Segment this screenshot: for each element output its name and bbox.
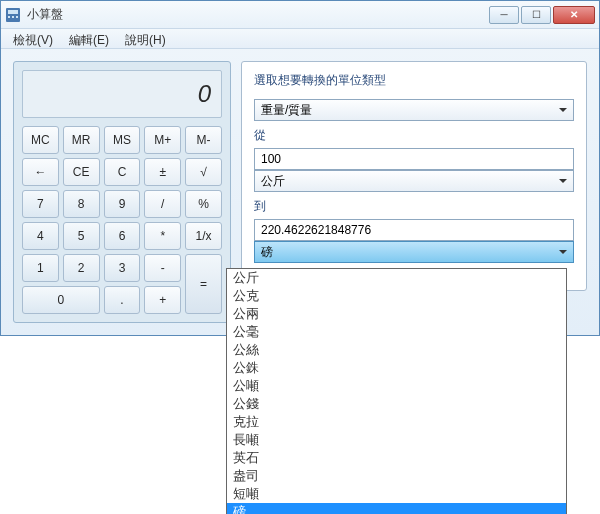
btn-divide[interactable]: / bbox=[144, 190, 181, 218]
btn-mr[interactable]: MR bbox=[63, 126, 100, 154]
btn-ms[interactable]: MS bbox=[104, 126, 141, 154]
btn-equals[interactable]: = bbox=[185, 254, 222, 314]
minimize-button[interactable]: ─ bbox=[489, 6, 519, 24]
dropdown-option[interactable]: 公兩 bbox=[227, 305, 566, 323]
calculator-panel: 0 MC MR MS M+ M- ← CE C ± √ 7 8 9 / % bbox=[13, 61, 231, 323]
btn-ce[interactable]: CE bbox=[63, 158, 100, 186]
menubar: 檢視(V) 編輯(E) 說明(H) bbox=[1, 29, 599, 49]
btn-decimal[interactable]: . bbox=[104, 286, 141, 314]
titlebar[interactable]: 小算盤 ─ ☐ ✕ bbox=[1, 1, 599, 29]
menu-edit[interactable]: 編輯(E) bbox=[61, 29, 117, 48]
btn-c[interactable]: C bbox=[104, 158, 141, 186]
svg-rect-4 bbox=[16, 16, 18, 18]
btn-9[interactable]: 9 bbox=[104, 190, 141, 218]
btn-7[interactable]: 7 bbox=[22, 190, 59, 218]
svg-rect-3 bbox=[12, 16, 14, 18]
from-unit-select[interactable]: 公斤 bbox=[254, 170, 574, 192]
from-label: 從 bbox=[254, 127, 574, 144]
converter-title: 選取想要轉換的單位類型 bbox=[254, 72, 574, 89]
btn-mplus[interactable]: M+ bbox=[144, 126, 181, 154]
btn-2[interactable]: 2 bbox=[63, 254, 100, 282]
btn-plusminus[interactable]: ± bbox=[144, 158, 181, 186]
btn-percent[interactable]: % bbox=[185, 190, 222, 218]
btn-mc[interactable]: MC bbox=[22, 126, 59, 154]
btn-add[interactable]: + bbox=[144, 286, 181, 314]
menu-view[interactable]: 檢視(V) bbox=[5, 29, 61, 48]
btn-backspace[interactable]: ← bbox=[22, 158, 59, 186]
unit-dropdown[interactable]: 公斤公克公兩公毫公絲公銖公噸公錢克拉長噸英石盎司短噸磅 bbox=[226, 268, 567, 336]
app-window: 小算盤 ─ ☐ ✕ 檢視(V) 編輯(E) 說明(H) 0 MC MR MS M… bbox=[0, 0, 600, 336]
dropdown-option[interactable]: 公斤 bbox=[227, 269, 566, 287]
window-title: 小算盤 bbox=[27, 6, 489, 23]
btn-1[interactable]: 1 bbox=[22, 254, 59, 282]
btn-subtract[interactable]: - bbox=[144, 254, 181, 282]
btn-mminus[interactable]: M- bbox=[185, 126, 222, 154]
converter-panel: 選取想要轉換的單位類型 重量/質量 從 公斤 到 磅 bbox=[241, 61, 587, 291]
btn-4[interactable]: 4 bbox=[22, 222, 59, 250]
btn-sqrt[interactable]: √ bbox=[185, 158, 222, 186]
btn-6[interactable]: 6 bbox=[104, 222, 141, 250]
to-label: 到 bbox=[254, 198, 574, 215]
btn-multiply[interactable]: * bbox=[144, 222, 181, 250]
dropdown-option[interactable]: 公克 bbox=[227, 287, 566, 305]
btn-5[interactable]: 5 bbox=[63, 222, 100, 250]
unit-type-select[interactable]: 重量/質量 bbox=[254, 99, 574, 121]
btn-0[interactable]: 0 bbox=[22, 286, 100, 314]
menu-help[interactable]: 說明(H) bbox=[117, 29, 174, 48]
maximize-button[interactable]: ☐ bbox=[521, 6, 551, 24]
btn-reciprocal[interactable]: 1/x bbox=[185, 222, 222, 250]
app-icon bbox=[5, 7, 21, 23]
btn-3[interactable]: 3 bbox=[104, 254, 141, 282]
dropdown-option[interactable]: 公毫 bbox=[227, 323, 566, 336]
calc-display: 0 bbox=[22, 70, 222, 118]
svg-rect-2 bbox=[8, 16, 10, 18]
calc-buttons: MC MR MS M+ M- ← CE C ± √ 7 8 9 / % 4 5 bbox=[22, 126, 222, 314]
svg-rect-1 bbox=[8, 10, 18, 14]
to-unit-select[interactable]: 磅 bbox=[254, 241, 574, 263]
to-value-output[interactable] bbox=[254, 219, 574, 241]
close-button[interactable]: ✕ bbox=[553, 6, 595, 24]
window-controls: ─ ☐ ✕ bbox=[489, 6, 595, 24]
from-value-input[interactable] bbox=[254, 148, 574, 170]
btn-8[interactable]: 8 bbox=[63, 190, 100, 218]
